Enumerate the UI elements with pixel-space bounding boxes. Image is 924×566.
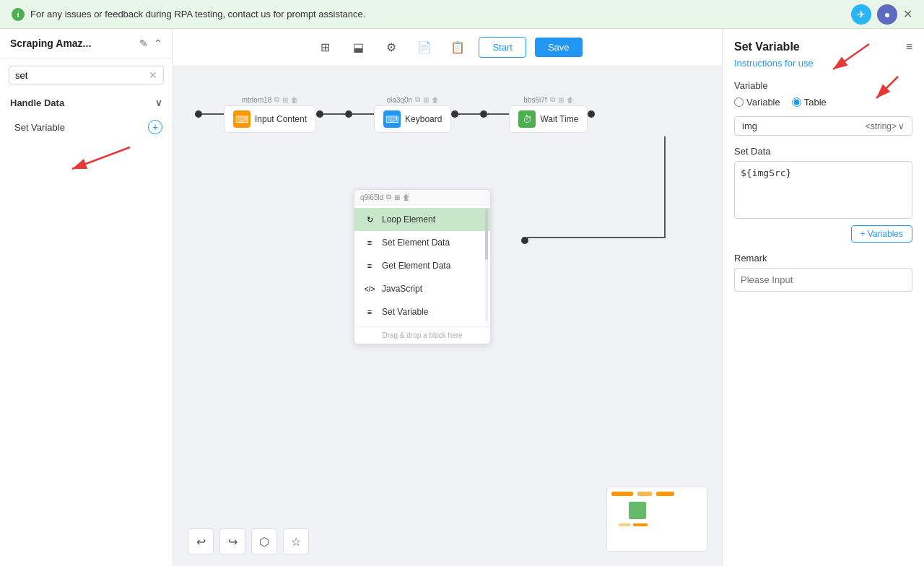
notification-right: ✈ ● ✕ bbox=[851, 4, 912, 25]
database-button[interactable]: ⬓ bbox=[346, 35, 370, 60]
loop-element-icon: ↻ bbox=[363, 213, 376, 226]
add-set-variable-button[interactable]: + bbox=[148, 120, 162, 134]
node-id-3: bbs5i7f ⧉ ⊞ 🗑 bbox=[523, 95, 573, 104]
popup-scrollbar-thumb bbox=[485, 209, 488, 260]
discord-icon[interactable]: ● bbox=[877, 4, 897, 25]
right-panel: Set Variable ≡ Instructions for use Vari… bbox=[722, 29, 924, 566]
node-more-icon-1[interactable]: ⊞ bbox=[282, 96, 288, 104]
variable-select[interactable]: img <string> ∨ bbox=[734, 116, 912, 136]
set-variable-icon: ≡ bbox=[363, 305, 376, 318]
mini-bar-bottom-1 bbox=[619, 523, 630, 526]
get-element-data-icon: ≡ bbox=[363, 259, 376, 272]
radio-item-table[interactable]: Table bbox=[792, 97, 827, 108]
node-icon-wait-time: ⏱ bbox=[518, 110, 536, 128]
popup-drag-hint: Drag & drop a block here bbox=[354, 326, 490, 344]
redo-button[interactable]: ↪ bbox=[219, 528, 245, 554]
cube-button[interactable]: ⬡ bbox=[251, 528, 277, 554]
node-box-input-content[interactable]: ⌨ Input Content bbox=[224, 105, 316, 133]
notification-bar: i For any issues or feedback during RPA … bbox=[0, 0, 924, 29]
table-arrow-svg bbox=[840, 73, 912, 109]
popup-header-left: q9i65ld ⧉ ⊞ 🗑 bbox=[360, 193, 410, 201]
node-icon-keyboard: ⌨ bbox=[383, 110, 401, 128]
node-more-icon-2[interactable]: ⊞ bbox=[423, 96, 429, 104]
node-delete-icon-1[interactable]: 🗑 bbox=[291, 96, 298, 104]
node-group-keyboard: ola3q0n ⧉ ⊞ 🗑 ⌨ Keyboard bbox=[374, 95, 451, 133]
save-button[interactable]: Save bbox=[535, 38, 583, 57]
star-button[interactable]: ☆ bbox=[283, 528, 309, 554]
panel-menu-icon[interactable]: ≡ bbox=[906, 40, 912, 53]
popup-left-dot bbox=[521, 237, 528, 244]
popup-node: q9i65ld ⧉ ⊞ 🗑 ↻ Loop Element ≡ Set Eleme… bbox=[354, 189, 491, 344]
set-data-textarea[interactable]: ${imgSrc} bbox=[734, 161, 912, 219]
remark-input[interactable] bbox=[734, 268, 912, 292]
popup-item-label-javascript: JavaScript bbox=[382, 284, 422, 294]
node-id-2: ola3q0n ⧉ ⊞ 🗑 bbox=[386, 95, 439, 104]
radio-item-variable[interactable]: Variable bbox=[734, 97, 780, 108]
popup-item-loop-element[interactable]: ↻ Loop Element bbox=[354, 208, 490, 231]
connector-line-3 bbox=[352, 113, 374, 115]
notification-left: i For any issues or feedback during RPA … bbox=[12, 8, 365, 21]
mini-map-bars-bottom bbox=[619, 523, 702, 526]
undo-button[interactable]: ↩ bbox=[188, 528, 214, 554]
section-header-handle-data[interactable]: Handle Data ∨ bbox=[0, 92, 173, 114]
variables-button[interactable]: + Variables bbox=[851, 225, 912, 243]
grid-view-button[interactable]: ⊞ bbox=[313, 35, 337, 60]
popup-copy-icon[interactable]: ⧉ bbox=[386, 193, 391, 201]
sidebar: Scraping Amaz... ✎ ⌃ ✕ Handle Data ∨ Set… bbox=[0, 29, 173, 566]
edit-icon[interactable]: ✎ bbox=[139, 38, 148, 49]
node-more-icon-3[interactable]: ⊞ bbox=[558, 96, 564, 104]
telegram-icon[interactable]: ✈ bbox=[851, 4, 871, 25]
info-icon: i bbox=[12, 8, 25, 21]
vertical-connector bbox=[664, 136, 666, 238]
panel-title: Set Variable bbox=[734, 40, 800, 53]
radio-variable-label[interactable]: Variable bbox=[746, 97, 780, 108]
search-input-wrap: ✕ bbox=[9, 66, 164, 84]
remark-label: Remark bbox=[734, 253, 912, 264]
search-box: ✕ bbox=[0, 58, 173, 92]
radio-table-label[interactable]: Table bbox=[804, 97, 827, 108]
node-group-input-content: mtdom18 ⧉ ⊞ 🗑 ⌨ Input Content bbox=[224, 95, 316, 133]
popup-item-set-element-data[interactable]: ≡ Set Element Data bbox=[354, 231, 490, 254]
sidebar-item-set-variable[interactable]: Set Variable + bbox=[0, 114, 173, 140]
popup-item-set-variable[interactable]: ≡ Set Variable bbox=[354, 300, 490, 323]
radio-variable-input[interactable] bbox=[734, 97, 744, 107]
node-delete-icon-2[interactable]: 🗑 bbox=[432, 96, 439, 104]
export-button[interactable]: 📄 bbox=[412, 35, 437, 60]
popup-delete-icon[interactable]: 🗑 bbox=[403, 193, 410, 201]
sidebar-title: Scraping Amaz... bbox=[10, 38, 91, 49]
popup-item-javascript[interactable]: </> JavaScript bbox=[354, 277, 490, 300]
mini-bar-3 bbox=[656, 492, 674, 496]
popup-more-icon[interactable]: ⊞ bbox=[394, 193, 400, 201]
node-delete-icon-3[interactable]: 🗑 bbox=[567, 96, 574, 104]
connector-dot-5 bbox=[480, 110, 487, 118]
node-copy-icon-2[interactable]: ⧉ bbox=[415, 95, 420, 104]
canvas-area: ⊞ ⬓ ⚙ 📄 📋 Start Save mtdom18 ⧉ ⊞ 🗑 bbox=[173, 29, 722, 566]
start-button[interactable]: Start bbox=[479, 37, 526, 58]
node-box-wait-time[interactable]: ⏱ Wait Time bbox=[509, 105, 588, 133]
node-copy-icon-1[interactable]: ⧉ bbox=[274, 95, 279, 104]
node-copy-icon-3[interactable]: ⧉ bbox=[550, 95, 555, 104]
radio-table-input[interactable] bbox=[792, 97, 801, 107]
notification-close-button[interactable]: ✕ bbox=[903, 7, 912, 21]
popup-node-id: q9i65ld bbox=[360, 193, 383, 201]
variable-type-chevron-icon: ∨ bbox=[898, 121, 905, 131]
node-box-keyboard[interactable]: ⌨ Keyboard bbox=[374, 105, 451, 133]
sidebar-header-icons: ✎ ⌃ bbox=[139, 38, 162, 49]
popup-scrollbar[interactable] bbox=[485, 209, 488, 323]
notes-button[interactable]: 📋 bbox=[445, 35, 470, 60]
connector-dot-4 bbox=[451, 110, 458, 118]
node-id-1: mtdom18 ⧉ ⊞ 🗑 bbox=[242, 95, 299, 104]
popup-item-get-element-data[interactable]: ≡ Get Element Data bbox=[354, 254, 490, 277]
node-id-label-3: bbs5i7f bbox=[523, 96, 546, 104]
collapse-icon[interactable]: ⌃ bbox=[154, 38, 162, 49]
search-input[interactable] bbox=[15, 70, 149, 81]
clear-search-icon[interactable]: ✕ bbox=[149, 69, 157, 81]
popup-item-label-set-element-data: Set Element Data bbox=[382, 238, 450, 248]
connector-dot-6 bbox=[588, 110, 595, 118]
settings-button[interactable]: ⚙ bbox=[379, 35, 404, 60]
node-icon-input-content: ⌨ bbox=[233, 110, 250, 128]
popup-item-label-loop: Loop Element bbox=[382, 214, 435, 225]
mini-map-block bbox=[629, 502, 702, 519]
node-label-keyboard: Keyboard bbox=[405, 114, 442, 124]
mini-bar-bottom-2 bbox=[633, 523, 648, 526]
